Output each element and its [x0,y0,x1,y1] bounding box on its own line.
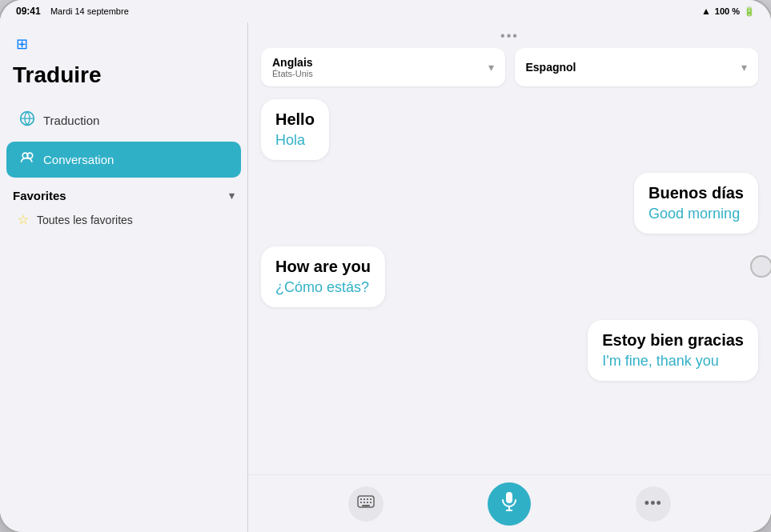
svg-rect-7 [370,498,371,500]
bubble-how-translated: ¿Cómo estás? [275,279,371,296]
lang-left-name: Anglais [272,56,313,69]
sidebar-item-traduction[interactable]: Traduction [6,102,241,138]
battery-percent: 100 % [715,6,740,16]
bubble-hello-translated: Hola [275,132,315,149]
svg-rect-13 [506,492,512,503]
conversation-icon [19,150,35,170]
svg-rect-10 [367,502,368,503]
top-controls: ••• Anglais États-Unis ▾ Espagnol [248,22,771,93]
home-button[interactable] [750,255,771,278]
top-three-dots: ••• [500,29,519,43]
bubble-hello[interactable]: Hello Hola [261,99,329,160]
bubble-hello-original: Hello [275,110,315,129]
favorites-section-header[interactable]: Favorites ▾ [0,179,247,206]
sidebar-conversation-label: Conversation [43,153,114,166]
status-time: 09:41 [16,6,41,17]
svg-rect-12 [362,505,370,506]
conversation-area: Hello Hola Buenos días Good morning How … [248,93,771,474]
bubble-buenos-original: Buenos días [649,184,744,202]
wifi-icon: ▲ [701,6,711,17]
keyboard-icon [357,495,375,512]
svg-rect-6 [367,498,368,500]
sidebar-item-all-favorites[interactable]: ☆ Toutes les favorites [0,206,247,234]
svg-rect-5 [363,498,365,500]
sidebar: ⊞ Traduire Traduction [0,22,248,532]
lang-right-name: Espagnol [526,61,576,74]
bubble-how-are-you[interactable]: How are you ¿Cómo estás? [261,246,385,307]
battery-icon: 🔋 [744,6,755,17]
app-grid-icon[interactable]: ⊞ [13,35,30,53]
language-selector-right[interactable]: Espagnol ▾ [515,48,759,86]
main-content: ⊞ Traduire Traduction [0,22,771,532]
app-title: Traduire [0,62,247,101]
traduction-icon [19,110,35,130]
bubble-buenos-translated: Good morning [649,206,744,222]
bubble-estoy-original: Estoy bien gracias [602,331,744,350]
bubble-estoy-bien[interactable]: Estoy bien gracias I'm fine, thank you [588,320,758,381]
sidebar-header: ⊞ [0,32,247,62]
lang-right-chevron-icon: ▾ [741,61,747,74]
more-button[interactable]: ••• [636,486,671,522]
more-dots-icon: ••• [645,495,662,512]
sidebar-traduction-label: Traduction [43,114,99,127]
bottom-toolbar: ••• [248,474,771,532]
star-icon: ☆ [18,212,29,227]
language-selector-left[interactable]: Anglais États-Unis ▾ [261,48,505,86]
lang-left-chevron-icon: ▾ [488,61,494,74]
language-selectors: Anglais États-Unis ▾ Espagnol ▾ [261,48,758,86]
status-right-icons: ▲ 100 % 🔋 [701,6,755,17]
svg-rect-11 [370,502,371,503]
bubble-buenos-dias[interactable]: Buenos días Good morning [634,173,758,234]
favorites-chevron-icon: ▾ [229,190,235,202]
status-time-date: 09:41 Mardi 14 septembre [16,6,129,17]
bubble-how-original: How are you [275,258,371,276]
status-bar: 09:41 Mardi 14 septembre ▲ 100 % 🔋 [0,0,771,22]
svg-rect-4 [360,498,362,500]
status-date: Mardi 14 septembre [50,6,129,16]
bubble-estoy-translated: I'm fine, thank you [602,353,744,370]
favorites-label: Favorites [13,189,66,202]
mic-button[interactable] [488,482,531,526]
keyboard-button[interactable] [348,486,383,522]
lang-left-sub: États-Unis [272,69,313,78]
all-favorites-label: Toutes les favorites [37,214,133,226]
svg-rect-9 [363,502,365,503]
mic-icon [500,491,518,517]
svg-rect-8 [360,502,362,503]
sidebar-item-conversation[interactable]: Conversation [6,142,241,178]
right-panel: ••• Anglais États-Unis ▾ Espagnol [248,22,771,532]
